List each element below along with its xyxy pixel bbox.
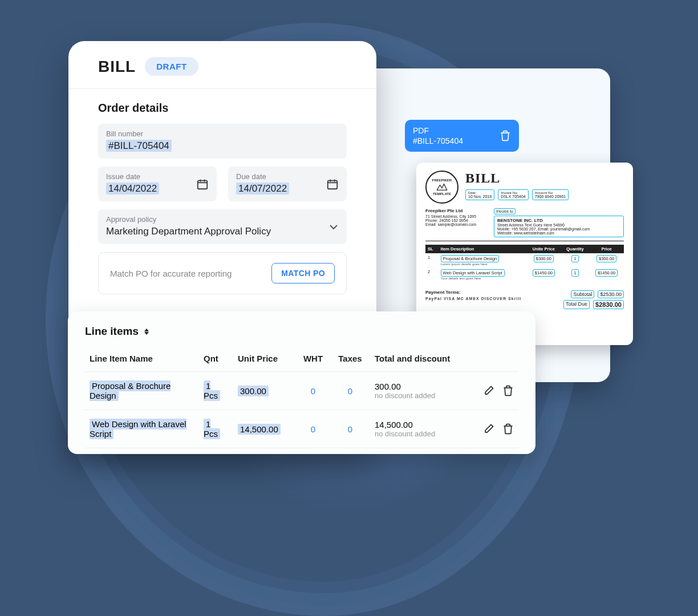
line-items-table: Line Item Name Qnt Unit Price WHT Taxes … [85,348,518,448]
discount-note: no discount added [375,429,468,438]
line-item-name: Proposal & Brochure Design [90,380,171,401]
chevron-down-icon [330,224,338,230]
approval-policy-select[interactable]: Approval policy Marketing Department App… [98,209,347,244]
line-items-panel: Line items Line Item Name Qnt Unit Price… [68,311,535,454]
trash-icon[interactable] [500,130,511,141]
line-item-taxes[interactable]: 0 [348,424,352,434]
col-name: Line Item Name [85,348,199,372]
order-details-heading: Order details [98,102,347,115]
line-item-qnt: 1 Pcs [204,380,220,401]
issue-date-value: 14/04/2022 [106,183,159,194]
issue-date-field[interactable]: Issue date 14/04/2022 [98,167,217,201]
page-title: BILL [98,58,136,76]
calendar-icon[interactable] [326,178,339,191]
calendar-icon[interactable] [196,178,209,191]
bill-card: BILL DRAFT Order details Bill number #BI… [68,41,376,454]
due-date-value: 14/07/2022 [236,183,289,194]
edit-icon[interactable] [483,423,494,435]
match-po-box: Match PO for accurate reporting MATCH PO [98,252,347,294]
invoice-totals: Subtotal$2530.00 Total Due$2830.00 [563,289,624,309]
invoice-title: BILL [465,171,624,186]
invoice-from: Freepiker Pte Ltd 71 Street Address, Cit… [425,208,488,237]
invoice-row: 2 Web Design with Laravel ScriptYour det… [425,268,624,282]
match-po-text: Match PO for accurate reporting [110,269,232,278]
col-total: Total and discount [370,348,473,372]
edit-icon[interactable] [483,385,494,396]
match-po-button[interactable]: MATCH PO [271,263,335,283]
svg-rect-0 [198,180,208,189]
line-item-unit: 300.00 [238,386,269,396]
line-item-name: Web Design with Laravel Script [90,419,186,439]
table-row: Proposal & Brochure Design 1 Pcs 300.00 … [85,372,518,410]
line-item-taxes[interactable]: 0 [348,386,352,396]
payment-icons: PayPal VISA MC AMEX DISCOVER Skrill [425,297,521,301]
brand-stamp: FREEPIKER TEMPLATE [425,171,458,204]
invoice-to-label: Invoice to [494,208,516,214]
bill-number-value: #BILL-705404 [106,140,172,152]
svg-rect-1 [328,180,338,189]
pdf-id: #BILL-705404 [413,136,463,146]
account-no-box: Account No: 7900 8640 20901 [532,189,569,200]
table-row: Web Design with Laravel Script 1 Pcs 14,… [85,410,518,448]
line-item-unit: 14,500.00 [238,424,281,435]
col-taxes: Taxes [330,348,370,372]
col-wht: WHT [296,348,330,372]
approval-policy-value: Marketing Department Approval Policy [106,226,339,237]
line-item-wht[interactable]: 0 [311,386,315,396]
due-date-field[interactable]: Due date 14/07/2022 [228,167,347,201]
col-qnt: Qnt [199,348,233,372]
status-badge: DRAFT [145,57,198,76]
trash-icon[interactable] [502,423,514,435]
sort-icon[interactable] [144,329,149,335]
invoice-no-box: Invoice No: DSLX 705404 [498,189,529,200]
discount-note: no discount added [375,391,468,400]
invoice-row: 1 Proposal & Brochure DesignLorem ipsum … [425,253,624,268]
pdf-label: PDF [413,125,463,136]
bill-number-field[interactable]: Bill number #BILL-705404 [98,124,347,159]
trash-icon[interactable] [502,385,514,396]
line-items-heading: Line items [85,325,139,338]
invoice-date-box: Date: 10 Nov, 2018 [465,189,494,200]
line-item-wht[interactable]: 0 [311,424,315,434]
pdf-chip[interactable]: PDF #BILL-705404 [405,120,519,152]
payment-terms-label: Payment Terms: [425,290,521,295]
line-item-total: 14,500.00 [375,420,468,429]
line-item-total: 300.00 [375,382,468,391]
col-unit: Unit Price [233,348,296,372]
line-item-qnt: 1 Pcs [204,419,220,439]
invoice-to: BENSTONE INC. LTD Street Address Text Go… [494,216,624,237]
invoice-line-table: SL Item Description Unite Price Quantity… [425,245,624,282]
